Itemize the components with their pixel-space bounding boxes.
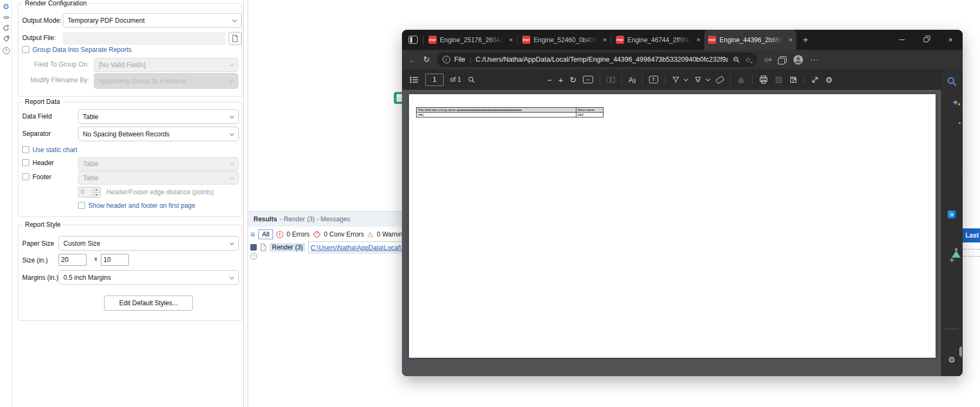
chevron-down-icon bbox=[229, 78, 233, 82]
show-first-page-checkbox[interactable] bbox=[78, 202, 85, 209]
divider: | bbox=[470, 56, 471, 63]
output-file-link[interactable]: C:\Users\Natha\AppData\Local\Te bbox=[310, 244, 408, 252]
table-row: ABC DEF bbox=[417, 113, 603, 117]
add-text-icon[interactable]: T bbox=[649, 76, 658, 83]
zoom-out-icon[interactable] bbox=[732, 56, 741, 64]
size-width-input[interactable] bbox=[59, 254, 87, 266]
browser-tab-3[interactable]: PDF Engine_46744_2ff9f426a × bbox=[612, 30, 704, 50]
open-sidebar-panel-icon[interactable] bbox=[960, 346, 962, 357]
table-of-contents-icon[interactable] bbox=[410, 76, 419, 84]
chevron-down-icon[interactable] bbox=[684, 76, 688, 81]
close-button[interactable]: × bbox=[938, 30, 963, 50]
add-favorite-icon[interactable]: ☆+ bbox=[745, 56, 751, 64]
read-aloud-icon[interactable]: A)) bbox=[628, 76, 635, 84]
pdf-toolbar: of 1 − + ↻ ↔ A)) T bbox=[402, 69, 941, 90]
profile-avatar[interactable] bbox=[793, 54, 804, 65]
restore-button[interactable] bbox=[914, 30, 938, 50]
output-mode-select[interactable]: Temporary PDF Document bbox=[63, 13, 242, 28]
save-as-icon[interactable] bbox=[789, 76, 797, 84]
pdf-page: This field has a long name aaaaaaaaaaaaa… bbox=[409, 94, 936, 358]
background-column-header[interactable]: Last R bbox=[963, 228, 980, 242]
tab-title: Engine_52460_0b406846 bbox=[534, 36, 599, 44]
refresh-icon[interactable]: ↻ bbox=[423, 55, 430, 64]
draw-pen-icon[interactable] bbox=[672, 76, 680, 84]
help-icon[interactable]: ? bbox=[0, 46, 12, 54]
eraser-icon[interactable] bbox=[715, 75, 724, 83]
publish-icon[interactable] bbox=[0, 24, 12, 32]
margins-select[interactable]: 0.5 inch Margins bbox=[59, 270, 239, 285]
save-icon bbox=[775, 76, 783, 84]
group-title: Report Data bbox=[23, 98, 62, 106]
page-number-input[interactable] bbox=[425, 74, 444, 86]
paper-size-select[interactable]: Custom Size bbox=[59, 236, 239, 251]
url-field[interactable]: i File | C:/Users/Natha/AppData/Local/Te… bbox=[437, 52, 757, 67]
conv-errors-filter[interactable]: 0 Conv Errors bbox=[324, 231, 364, 238]
browse-file-button[interactable] bbox=[229, 32, 242, 45]
settings-more-icon[interactable]: ··· bbox=[810, 55, 820, 64]
browser-tab-2[interactable]: PDF Engine_52460_0b406846 × bbox=[518, 30, 611, 50]
help-circle-icon[interactable]: ? bbox=[250, 253, 257, 260]
rotate-icon[interactable]: ↻ bbox=[570, 76, 577, 84]
stepper-up-button[interactable] bbox=[93, 187, 100, 193]
favorites-bar-icon[interactable]: ☆≡ bbox=[764, 56, 771, 64]
browser-tab-4-active[interactable]: PDF Engine_44396_2b666ab7 × bbox=[704, 30, 796, 50]
tab-close-icon[interactable]: × bbox=[788, 36, 793, 43]
data-field-select[interactable]: Table bbox=[78, 109, 239, 124]
games-pawn-icon[interactable]: ♟ bbox=[962, 166, 963, 175]
header-select[interactable]: Table bbox=[78, 157, 239, 170]
chevron-down-icon[interactable] bbox=[706, 76, 710, 81]
use-static-chart-checkbox[interactable] bbox=[22, 146, 29, 153]
add-sidebar-item-icon[interactable]: + bbox=[949, 255, 955, 265]
tab-close-icon[interactable]: × bbox=[602, 36, 607, 43]
edge-distance-stepper[interactable]: 0 bbox=[78, 187, 101, 198]
zoom-in-button[interactable]: + bbox=[559, 76, 563, 84]
errors-filter[interactable]: 0 Errors bbox=[287, 231, 310, 238]
error-circle-icon: ! bbox=[276, 231, 283, 238]
outlook-icon[interactable]: o bbox=[948, 211, 956, 219]
edit-default-styles-button[interactable]: Edit Default Styles... bbox=[104, 296, 193, 311]
tab-close-icon[interactable]: × bbox=[696, 36, 700, 43]
new-tab-button[interactable]: + bbox=[803, 35, 808, 45]
table-cell: DEF bbox=[576, 113, 603, 117]
sidebar-settings-gear-icon[interactable]: ⚙ bbox=[948, 355, 955, 365]
footer-select[interactable]: Table bbox=[78, 171, 239, 185]
pdf-viewport[interactable]: This field has a long name aaaaaaaaaaaaa… bbox=[402, 90, 941, 376]
pdf-settings-gear-icon[interactable]: ⚙ bbox=[826, 76, 833, 84]
separator-select[interactable]: No Spacing Between Records bbox=[78, 127, 239, 141]
bing-search-icon[interactable] bbox=[947, 76, 957, 87]
zoom-out-button[interactable]: − bbox=[547, 76, 552, 84]
restore-icon bbox=[924, 37, 929, 42]
output-file-input[interactable] bbox=[63, 32, 225, 45]
highlighter-icon[interactable] bbox=[694, 76, 702, 84]
info-icon[interactable]: i bbox=[443, 56, 450, 63]
collections-icon[interactable] bbox=[778, 56, 786, 63]
group-data-checkbox[interactable] bbox=[22, 46, 29, 53]
footer-checkbox[interactable] bbox=[22, 173, 29, 180]
modify-filename-select[interactable]: Appending Group To Filename bbox=[94, 73, 238, 89]
data-field-value: Table bbox=[83, 113, 99, 121]
fullscreen-icon[interactable] bbox=[811, 76, 819, 84]
stepper-down-button[interactable] bbox=[93, 193, 100, 198]
tag-icon[interactable] bbox=[0, 35, 12, 42]
size-label: Size (in.) bbox=[22, 257, 48, 264]
back-icon[interactable]: ← bbox=[408, 55, 417, 64]
search-icon[interactable] bbox=[468, 76, 476, 84]
table-header-cell: Short name bbox=[576, 108, 603, 113]
use-static-chart-label: Use static chart bbox=[33, 146, 77, 154]
chevron-down-icon bbox=[230, 161, 234, 165]
minimize-button[interactable] bbox=[890, 30, 914, 50]
fit-to-width-icon[interactable]: ↔ bbox=[583, 76, 593, 83]
code-icon[interactable]: <> bbox=[0, 15, 12, 21]
browser-tab-1[interactable]: PDF Engine_25176_26043a0d × bbox=[425, 30, 517, 50]
message-list-icon[interactable]: ≡ bbox=[250, 231, 255, 238]
tab-close-icon[interactable]: × bbox=[509, 36, 513, 43]
header-checkbox[interactable] bbox=[22, 159, 29, 166]
print-icon[interactable] bbox=[759, 75, 768, 84]
size-height-input[interactable] bbox=[101, 254, 129, 266]
settings-gear-icon[interactable]: ⚙ bbox=[0, 2, 12, 11]
copilot-sparkles-icon[interactable]: ✦✦ bbox=[952, 98, 959, 107]
field-to-group-select[interactable]: [No Valid Fields] bbox=[94, 58, 238, 72]
tab-actions-icon[interactable] bbox=[408, 36, 418, 44]
page-view-icon[interactable] bbox=[607, 77, 615, 83]
filter-all-button[interactable]: All bbox=[258, 229, 273, 239]
